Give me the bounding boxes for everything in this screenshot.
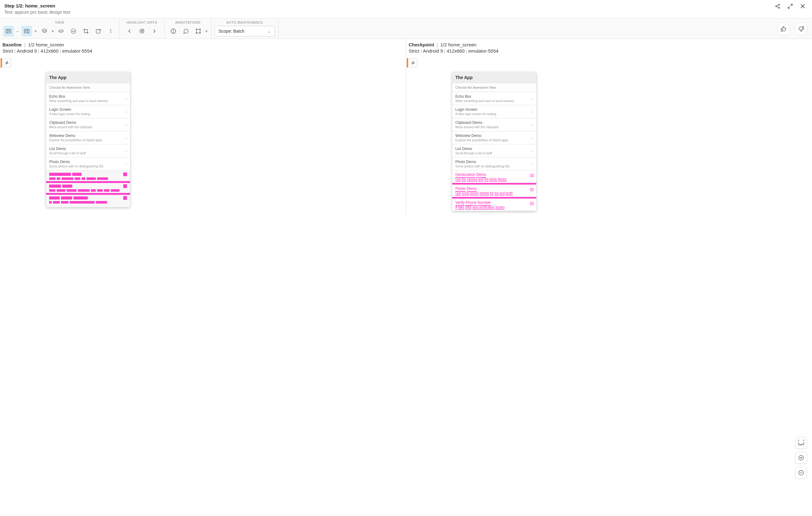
annotations-label: ANNOTATIONS (168, 19, 208, 25)
layers-button[interactable] (39, 26, 50, 36)
diff-list-item: Verify Phone NumberA fake SMS auto-verif… (452, 199, 536, 211)
svg-point-1 (778, 4, 780, 5)
region-button[interactable] (193, 26, 204, 36)
svg-point-27 (196, 29, 197, 30)
page-header: Step 1/2: home_screen Test: appium pro b… (0, 0, 812, 19)
comment-button[interactable] (180, 26, 191, 36)
diff-indicator-bar (1, 58, 2, 67)
svg-point-20 (111, 32, 111, 33)
test-name: Test: appium pro basic design test (4, 10, 70, 15)
issue-button[interactable] (168, 26, 179, 36)
list-item: Echo BoxWrite something and save to loca… (46, 92, 130, 105)
layout-right-button[interactable] (22, 26, 32, 36)
chevron-down-icon[interactable]: ▾ (205, 29, 208, 34)
not-equal-badge[interactable] (409, 58, 417, 67)
list-item: List DemoScroll through a list of stuff› (46, 144, 130, 157)
list-item-title: Photo Demo (455, 160, 510, 164)
list-item-sub: A fake login screen for testing (455, 112, 496, 116)
chevron-right-icon: › (125, 162, 127, 167)
baseline-header: Baseline | 1/2 home_screen (2, 42, 403, 47)
diff-item-sub: A fake SMS auto-verification screen (455, 205, 533, 209)
crop-button[interactable] (81, 26, 91, 36)
diff-item-sub: Use some picker wheels for fun and profi… (455, 192, 533, 195)
code-button[interactable] (56, 26, 66, 36)
chevron-right-icon (530, 188, 534, 192)
list-item-sub: Mess around with the clipboard (455, 125, 498, 129)
chevron-down-icon[interactable]: ▾ (34, 29, 37, 34)
diff-highlight-region (46, 171, 130, 207)
svg-line-3 (777, 5, 779, 6)
choose-label: Choose An Awesome View (46, 83, 130, 92)
diffs-label: HIGHLIGHT DIFFS (123, 19, 161, 25)
svg-point-18 (111, 29, 111, 30)
step-title: Step 1/2: home_screen (4, 3, 70, 8)
list-item-sub: Scroll through a list of stuff (455, 151, 492, 155)
svg-line-36 (412, 61, 414, 65)
chevron-right-icon: › (125, 135, 127, 140)
diff-list-item: Geolocation DemoUse the camera and the p… (452, 171, 536, 183)
svg-point-2 (778, 7, 780, 8)
diff-item-title: Verify Phone Number (455, 200, 533, 205)
chevron-down-icon[interactable]: ▾ (52, 29, 54, 34)
list-item: Clipboard DemoMess around with the clipb… (452, 118, 536, 131)
scope-select[interactable]: Scope: Batch ⌄ (214, 26, 275, 36)
prev-diff-button[interactable] (124, 26, 135, 36)
list-item-title: Webview Demo (49, 134, 102, 138)
target-diff-button[interactable] (137, 26, 147, 36)
share-icon[interactable] (775, 3, 781, 9)
diff-list-item: Picker DemoUse some picker wheels for fu… (452, 184, 536, 197)
checkpoint-pane: Checkpoint | 1/2 home_screen Strict|Andr… (406, 39, 812, 214)
preview-button[interactable] (93, 26, 104, 36)
swap-icon[interactable]: ↔ (16, 29, 20, 34)
expand-icon[interactable] (787, 3, 793, 9)
list-item-title: Webview Demo (455, 134, 508, 138)
toolbar: VIEW ↔ ▾ ▾ A/B HIGHLIGHT DIFFS ANNOTATIO… (0, 19, 812, 39)
svg-rect-17 (96, 30, 100, 33)
not-equal-badge[interactable] (2, 58, 11, 67)
svg-line-4 (777, 6, 779, 7)
app-title: The App (46, 72, 130, 83)
checkpoint-meta: Strict|Android 9|412x660|emulator-5554 (409, 48, 810, 54)
next-diff-button[interactable] (149, 26, 160, 36)
svg-point-29 (196, 33, 197, 34)
chevron-right-icon: › (531, 122, 533, 127)
more-menu-button[interactable] (106, 26, 116, 36)
diff-indicator-bar (407, 58, 408, 67)
diff-item-title: Geolocation Demo (455, 172, 533, 177)
list-item-sub: Write something and save to local memory (49, 99, 108, 103)
list-item: Clipboard DemoMess around with the clipb… (46, 118, 130, 131)
svg-rect-11 (25, 29, 29, 33)
list-item: Login ScreenA fake login screen for test… (452, 105, 536, 118)
view-label: VIEW (3, 19, 116, 25)
svg-point-0 (776, 6, 777, 7)
svg-point-19 (111, 31, 111, 32)
ab-compare-button[interactable]: A/B (68, 26, 79, 36)
thumbs-up-button[interactable] (777, 22, 790, 35)
thumbs-down-button[interactable] (794, 22, 808, 35)
chevron-right-icon: › (531, 96, 533, 101)
maintenance-label: AUTO MAINTENANCE (214, 19, 275, 25)
list-item: Webview DemoExplore the possibilities of… (452, 131, 536, 144)
list-item-title: Login Screen (455, 107, 496, 112)
list-item-sub: Some photos with no distinguishing IDs (49, 165, 104, 168)
compare-area: Baseline | 1/2 home_screen Strict|Androi… (0, 39, 812, 214)
list-item: List DemoScroll through a list of stuff› (452, 144, 536, 157)
svg-line-33 (6, 61, 7, 65)
list-item-sub: Write something and save to local memory (455, 99, 514, 103)
close-icon[interactable] (800, 3, 806, 9)
layout-left-button[interactable] (3, 26, 14, 36)
checkpoint-screenshot: The App Choose An Awesome View Echo BoxW… (452, 72, 536, 211)
list-item-title: Photo Demo (49, 160, 104, 164)
svg-point-25 (173, 32, 173, 33)
list-item-sub: Explore the possibilities of hybrid apps (455, 139, 508, 142)
app-title: The App (452, 72, 536, 83)
svg-point-22 (141, 30, 143, 32)
list-item: Photo DemoSome photos with no distinguis… (46, 157, 130, 171)
list-item: Login ScreenA fake login screen for test… (46, 105, 130, 118)
chevron-right-icon: › (531, 135, 533, 140)
list-item-sub: Scroll through a list of stuff (49, 151, 86, 155)
list-item-title: Login Screen (49, 107, 90, 112)
chevron-right-icon: › (125, 109, 127, 114)
chevron-right-icon: › (531, 109, 533, 114)
list-item: Webview DemoExplore the possibilities of… (46, 131, 130, 144)
